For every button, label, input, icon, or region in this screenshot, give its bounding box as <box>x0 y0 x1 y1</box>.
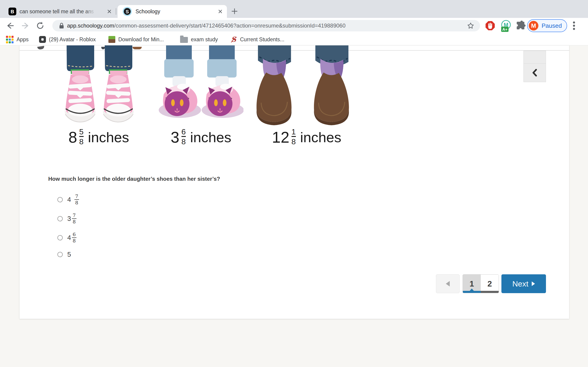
answer-option-4[interactable]: 5 <box>57 250 71 259</box>
lock-icon[interactable] <box>59 23 64 29</box>
extensions-puzzle-icon[interactable] <box>515 21 526 31</box>
previous-page-button[interactable] <box>436 274 460 293</box>
page-selector: 1 2 <box>463 274 499 293</box>
bookmark-roblox[interactable]: (29) Avatar - Roblox <box>39 33 96 45</box>
active-page-indicator <box>463 291 481 293</box>
address-bar[interactable]: app.schoology.com/common-assessment-deli… <box>52 20 480 31</box>
tab-title: can someone tell me all the ans <box>19 8 95 15</box>
profile-button[interactable]: M Paused <box>527 19 567 32</box>
tab-bar: B can someone tell me all the ans S Scho… <box>0 0 588 18</box>
svg-text:A+: A+ <box>502 27 507 32</box>
svg-text:B: B <box>10 9 14 15</box>
apps-grid-icon <box>6 36 14 43</box>
tab-brainly[interactable]: B can someone tell me all the ans <box>3 5 116 18</box>
option-label: 4 78 <box>67 194 79 205</box>
adblock-extension-icon[interactable] <box>485 21 495 31</box>
inactive-page-indicator <box>481 291 499 293</box>
active-page-caret <box>470 289 474 291</box>
reload-icon[interactable] <box>36 21 45 30</box>
tab-title-fade <box>194 8 204 15</box>
close-tab-icon[interactable] <box>218 9 223 14</box>
bookmark-star-icon[interactable] <box>467 22 474 29</box>
url-text: app.schoology.com/common-assessment-deli… <box>67 23 346 29</box>
folder-icon <box>180 37 188 43</box>
radio-option-4[interactable] <box>57 252 63 257</box>
next-arrow-icon <box>532 282 535 286</box>
option-label: 5 <box>67 251 71 258</box>
back-icon[interactable] <box>6 21 15 30</box>
radio-option-1[interactable] <box>57 197 63 202</box>
roblox-icon <box>39 36 46 43</box>
grade-monitor-extension-icon[interactable]: M A+ <box>500 20 512 32</box>
option-label: 4 68 <box>67 232 77 243</box>
bookmark-minecraft[interactable]: Download for Min... <box>108 33 164 45</box>
page-button-2[interactable]: 2 <box>481 275 499 293</box>
tab-title-fade <box>85 8 95 15</box>
answer-option-2[interactable]: 3 78 <box>57 212 77 225</box>
chevron-left-icon <box>532 69 538 77</box>
option-label: 3 78 <box>67 213 77 224</box>
tab-title: Schoology <box>136 8 204 15</box>
profile-status: Paused <box>542 22 562 29</box>
bookmark-exam-study-folder[interactable]: exam study <box>180 33 218 45</box>
tab-schoology[interactable]: S Schoology <box>118 5 227 18</box>
page-background: 8 58 inches 3 68 inches 12 18 inches How… <box>0 45 588 367</box>
browser-menu-icon[interactable] <box>572 20 576 31</box>
sneakers-length-label: 8 58 inches <box>69 128 129 147</box>
next-button[interactable]: Next <box>502 274 546 293</box>
brainly-favicon-icon: B <box>9 8 16 15</box>
svg-text:S: S <box>126 9 129 14</box>
brown-shoes-length-label: 12 18 inches <box>272 128 341 147</box>
cutoff-fragment <box>37 46 44 50</box>
close-tab-icon[interactable] <box>107 9 112 14</box>
forward-icon[interactable] <box>21 21 30 30</box>
answer-option-1[interactable]: 4 78 <box>57 193 79 206</box>
browser-window: B can someone tell me all the ans S Scho… <box>0 0 588 367</box>
radio-option-3[interactable] <box>57 235 63 240</box>
bookmark-apps[interactable]: Apps <box>6 33 28 45</box>
collapse-panel-button[interactable] <box>524 64 546 82</box>
new-tab-icon[interactable] <box>231 8 238 15</box>
brown-shoes-illustration <box>249 45 364 126</box>
side-rail-top-cell[interactable] <box>524 51 546 64</box>
answer-option-3[interactable]: 4 68 <box>57 231 77 244</box>
bookmark-current-students[interactable]: S Current Students... <box>230 33 284 45</box>
assessment-card: 8 58 inches 3 68 inches 12 18 inches How… <box>19 45 569 319</box>
previous-arrow-icon <box>446 281 450 286</box>
school-logo-icon: S <box>230 35 237 43</box>
toolbar: app.schoology.com/common-assessment-deli… <box>0 18 588 33</box>
question-text: How much longer is the older daughter’s … <box>48 176 220 182</box>
pink-sneakers-illustration <box>62 45 136 126</box>
tab-divider <box>116 8 116 15</box>
side-rail <box>523 51 546 82</box>
minecraft-block-icon <box>108 36 115 43</box>
slippers-length-label: 3 68 inches <box>171 128 231 147</box>
profile-avatar: M <box>529 21 538 31</box>
bookmarks-bar: Apps (29) Avatar - Roblox Download for M… <box>0 33 588 45</box>
cat-slippers-illustration <box>158 45 243 126</box>
schoology-favicon-icon: S <box>123 7 132 16</box>
radio-option-2[interactable] <box>57 216 63 221</box>
